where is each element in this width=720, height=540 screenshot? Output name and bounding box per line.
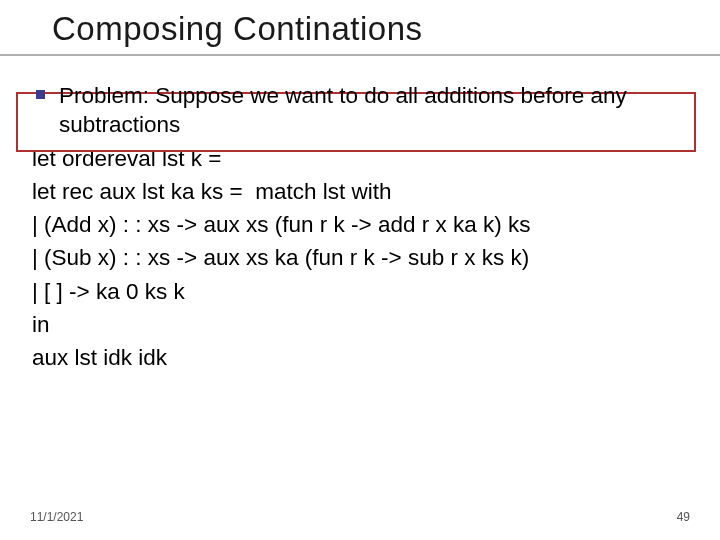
code-line: let rec aux lst ka ks = match lst with [32,175,700,208]
bullet-item: Problem: Suppose we want to do all addit… [32,81,700,140]
code-line: let ordereval lst k = [32,142,700,175]
footer-page: 49 [677,510,690,524]
slide: Composing Continations Problem: Suppose … [0,0,720,540]
code-line: in [32,308,700,341]
code-line: | (Add x) : : xs -> aux xs (fun r k -> a… [32,208,700,241]
slide-title: Composing Continations [52,10,720,48]
footer: 11/1/2021 49 [30,510,690,524]
code-line: | [ ] -> ka 0 ks k [32,275,700,308]
bullet-text: Problem: Suppose we want to do all addit… [59,81,700,140]
title-bar: Composing Continations [0,0,720,56]
footer-date: 11/1/2021 [30,510,83,524]
square-bullet-icon [36,90,45,99]
code-line: aux lst idk idk [32,341,700,374]
code-line: | (Sub x) : : xs -> aux xs ka (fun r k -… [32,241,700,274]
slide-body: Problem: Suppose we want to do all addit… [0,56,720,375]
